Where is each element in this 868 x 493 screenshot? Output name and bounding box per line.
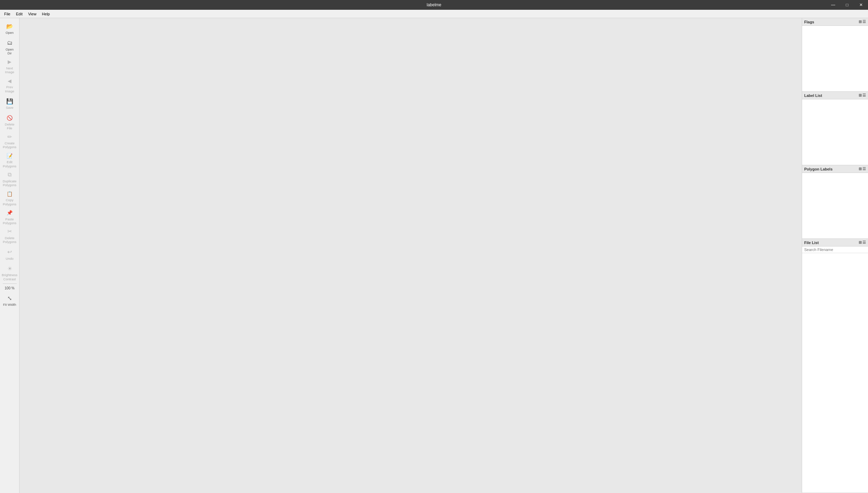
file-list-header: File List ⊞ ☰ [802,239,868,246]
fit-width-icon [7,295,12,302]
minimize-button[interactable]: — [826,0,840,10]
menu-help[interactable]: Help [39,11,53,17]
polygon-labels-icon-add[interactable]: ⊞ [859,167,862,171]
brightness-contrast-button[interactable]: BrightnessContrast [1,264,19,282]
delete-poly-icon [7,228,12,235]
next-icon [8,58,12,66]
menu-view[interactable]: View [25,11,39,17]
delete-polygons-label: DeletePolygons [3,236,16,244]
zoom-display: 100 % [4,285,15,291]
paste-polygons-button[interactable]: PastePolygons [1,207,19,226]
create-polygons-label: CreatePolygons [3,141,16,149]
brightness-contrast-label: BrightnessContrast [2,273,17,281]
undo-button[interactable]: Undo [1,245,19,264]
toolbar-separator [3,283,17,284]
create-polygons-button[interactable]: CreatePolygons [1,132,19,151]
close-button[interactable]: ✕ [854,0,868,10]
flags-header: Flags ⊞ ☰ [802,18,868,26]
undo-icon [7,248,12,256]
edit-polygons-button[interactable]: EditPolygons [1,151,19,169]
open-dir-icon [7,39,13,47]
label-list-title: Label List [804,93,822,98]
prev-image-button[interactable]: PrevImage [1,76,19,94]
open-icon [6,23,13,30]
menu-edit[interactable]: Edit [13,11,25,17]
polygon-labels-content [802,173,868,238]
left-toolbar: Open OpenDir Next Image PrevImage Save D… [0,18,20,493]
polygon-labels-header-icons: ⊞ ☰ [859,167,866,171]
label-list-content [802,99,868,165]
create-poly-icon [7,133,12,141]
file-list-header-icons: ⊞ ☰ [859,240,866,245]
next-image-label: Next Image [1,66,18,74]
polygon-labels-icon-menu[interactable]: ☰ [862,167,866,171]
flags-icon-add[interactable]: ⊞ [859,20,862,24]
flags-icon-menu[interactable]: ☰ [862,20,866,24]
open-button[interactable]: Open [1,20,19,38]
duplicate-polygons-button[interactable]: DuplicatePolygons [1,169,19,188]
label-list-header: Label List ⊞ ☰ [802,92,868,99]
search-filename-input[interactable] [802,246,868,253]
file-list-area [802,253,868,493]
maximize-button[interactable]: □ [840,0,854,10]
flags-content [802,26,868,91]
menu-bar: File Edit View Help [0,10,868,18]
copy-poly-icon [7,190,13,198]
file-list-title: File List [804,241,819,245]
right-panel: Flags ⊞ ☰ Label List ⊞ ☰ Polygon L [802,18,868,493]
label-list-icon-menu[interactable]: ☰ [862,93,866,98]
open-dir-label: OpenDir [6,47,14,55]
delete-polygons-button[interactable]: DeletePolygons [1,226,19,245]
canvas-area[interactable] [20,18,802,493]
brightness-icon [7,265,12,273]
copy-polygons-button[interactable]: CopyPolygons [1,189,19,207]
prev-icon [8,77,12,85]
delete-file-button[interactable]: DeleteFile [1,113,19,131]
label-list-section: Label List ⊞ ☰ [802,92,868,165]
save-icon [6,98,13,105]
paste-poly-icon [7,209,13,217]
duplicate-polygons-label: DuplicatePolygons [3,179,17,187]
flags-title: Flags [804,20,814,24]
edit-poly-icon [7,152,13,160]
duplicate-poly-icon [8,171,12,179]
window-title: labelme [427,2,441,7]
fit-width-button[interactable]: Fit Width [1,291,19,310]
open-dir-button[interactable]: OpenDir [1,38,19,56]
paste-polygons-label: PastePolygons [3,217,16,225]
menu-file[interactable]: File [1,11,13,17]
title-bar: labelme — □ ✕ [0,0,868,10]
flags-header-icons: ⊞ ☰ [859,20,866,24]
label-list-header-icons: ⊞ ☰ [859,93,866,98]
next-image-button[interactable]: Next Image [1,56,19,75]
delete-file-icon [7,114,13,122]
fit-width-label: Fit Width [3,303,16,306]
open-label: Open [6,31,14,35]
undo-label: Undo [6,257,14,260]
flags-section: Flags ⊞ ☰ [802,18,868,92]
file-list-content [802,246,868,493]
delete-file-label: DeleteFile [5,122,14,130]
copy-polygons-label: CopyPolygons [3,198,16,206]
file-list-section: File List ⊞ ☰ [802,239,868,493]
window-controls: — □ ✕ [826,0,868,10]
polygon-labels-section: Polygon Labels ⊞ ☰ [802,165,868,239]
prev-image-label: PrevImage [5,85,14,93]
save-label: Save [6,106,14,109]
polygon-labels-title: Polygon Labels [804,167,832,171]
file-list-icon-menu[interactable]: ☰ [862,240,866,245]
main-layout: Open OpenDir Next Image PrevImage Save D… [0,18,868,493]
polygon-labels-header: Polygon Labels ⊞ ☰ [802,165,868,173]
label-list-icon-add[interactable]: ⊞ [859,93,862,98]
edit-polygons-label: EditPolygons [3,160,16,168]
save-button[interactable]: Save [1,94,19,113]
file-list-icon-add[interactable]: ⊞ [859,240,862,245]
